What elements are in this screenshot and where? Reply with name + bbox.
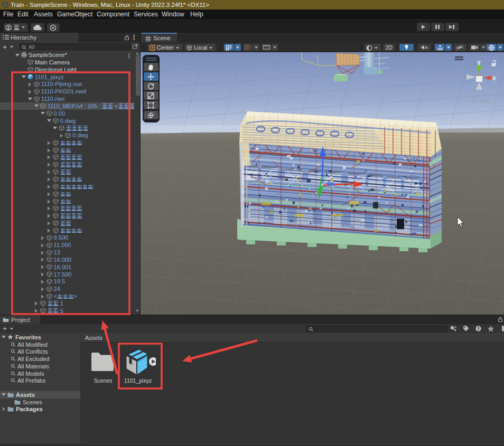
svg-text:x: x <box>492 74 496 82</box>
svg-text:Iso: Iso <box>480 97 489 105</box>
svg-text:y: y <box>477 59 481 66</box>
